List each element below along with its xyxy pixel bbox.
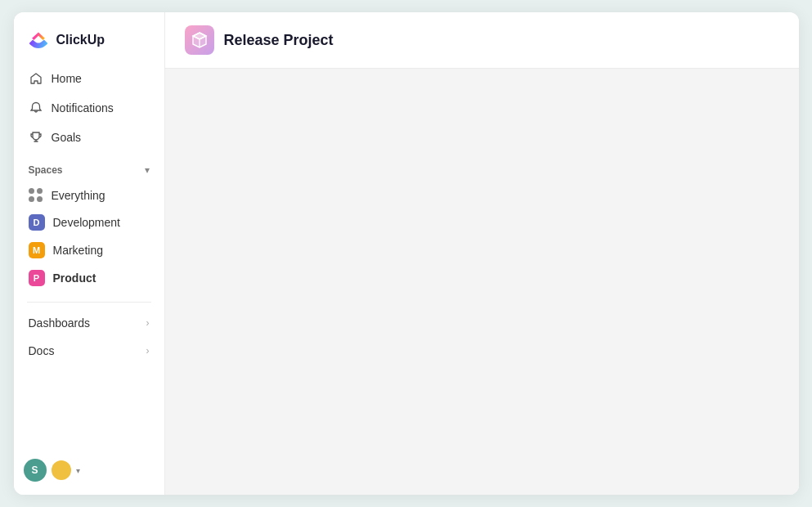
- trophy-icon: [29, 130, 43, 145]
- home-label: Home: [52, 72, 82, 85]
- logo-text: ClickUp: [56, 33, 105, 47]
- sidebar-nav: Home Notifications: [14, 65, 164, 151]
- logo[interactable]: ClickUp: [14, 12, 164, 65]
- chevron-down-icon-2: ▾: [76, 466, 80, 475]
- product-avatar: P: [29, 270, 45, 286]
- spaces-header[interactable]: Spaces ▾: [20, 161, 158, 182]
- sidebar-item-home[interactable]: Home: [20, 65, 158, 92]
- marketing-label: Marketing: [53, 244, 103, 257]
- sidebar-sections: Dashboards › Docs ›: [14, 309, 164, 365]
- spaces-title: Spaces: [29, 164, 63, 176]
- sidebar: ClickUp Home Notifications: [14, 12, 165, 495]
- sidebar-item-notifications[interactable]: Notifications: [20, 94, 158, 122]
- sidebar-item-product[interactable]: P Product: [20, 264, 158, 292]
- sidebar-item-dashboards[interactable]: Dashboards ›: [20, 309, 158, 337]
- everything-dots-icon: [29, 188, 43, 203]
- status-indicator: [52, 460, 71, 480]
- dashboards-label: Dashboards: [29, 316, 91, 330]
- marketing-avatar: M: [29, 242, 45, 258]
- bell-icon: [29, 101, 43, 115]
- divider: [27, 302, 151, 303]
- main-header: Release Project: [165, 12, 799, 69]
- sidebar-item-marketing[interactable]: M Marketing: [20, 236, 158, 264]
- development-avatar: D: [29, 214, 45, 231]
- sidebar-item-development[interactable]: D Development: [20, 209, 158, 236]
- avatar: S: [24, 459, 47, 482]
- chevron-right-icon-2: ›: [146, 345, 150, 357]
- main-content: Release Project: [165, 12, 799, 495]
- user-profile[interactable]: S ▾: [14, 459, 164, 482]
- home-icon: [29, 71, 43, 86]
- goals-label: Goals: [52, 131, 82, 144]
- project-title: Release Project: [224, 32, 334, 49]
- sidebar-item-everything[interactable]: Everything: [20, 182, 158, 209]
- sidebar-item-docs[interactable]: Docs ›: [20, 337, 158, 365]
- development-label: Development: [53, 216, 121, 229]
- product-label: Product: [53, 271, 96, 285]
- chevron-right-icon: ›: [146, 317, 150, 329]
- sidebar-item-goals[interactable]: Goals: [20, 123, 158, 151]
- notifications-label: Notifications: [52, 101, 114, 114]
- everything-label: Everything: [52, 189, 105, 202]
- spaces-section: Spaces ▾ Everything D Development: [14, 151, 164, 295]
- chevron-down-icon: ▾: [145, 164, 150, 176]
- main-body: [165, 69, 799, 495]
- project-icon: [185, 25, 214, 55]
- docs-label: Docs: [29, 344, 55, 357]
- clickup-logo-icon: [27, 29, 50, 52]
